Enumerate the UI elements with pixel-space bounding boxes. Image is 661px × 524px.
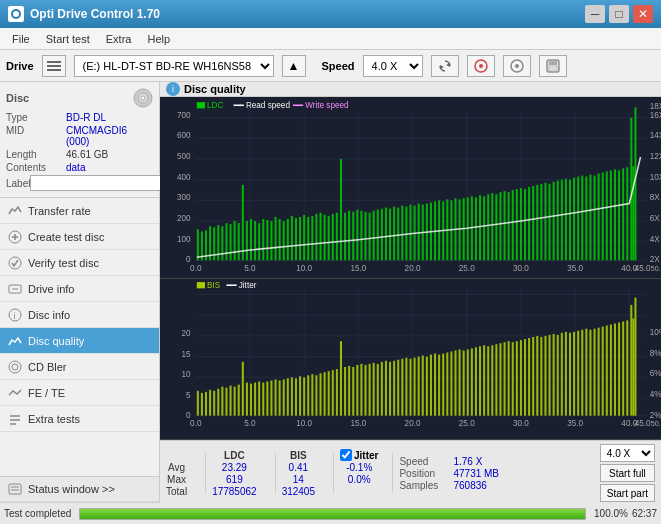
svg-text:45.0: 45.0 <box>635 419 651 428</box>
menu-start-test[interactable]: Start test <box>38 31 98 47</box>
contents-label: Contents <box>6 162 66 173</box>
svg-text:30.0: 30.0 <box>513 419 529 428</box>
jitter-checkbox[interactable] <box>340 449 352 461</box>
transfer-rate-icon <box>8 204 22 218</box>
svg-text:30.0: 30.0 <box>513 264 529 273</box>
extra-tests-icon <box>8 412 22 426</box>
svg-rect-333 <box>618 322 620 415</box>
svg-marker-6 <box>440 65 444 69</box>
avg-label: Avg <box>166 462 187 473</box>
svg-rect-324 <box>581 330 583 416</box>
menu-file[interactable]: File <box>4 31 38 47</box>
svg-rect-252 <box>287 378 289 415</box>
sidebar-item-cd-bler[interactable]: CD Bler <box>0 354 159 380</box>
sidebar-item-create-test-disc[interactable]: Create test disc <box>0 224 159 250</box>
svg-rect-150 <box>491 193 493 260</box>
menu-help[interactable]: Help <box>139 31 178 47</box>
sidebar-item-disc-info[interactable]: i Disc info <box>0 302 159 328</box>
svg-rect-230 <box>197 391 199 416</box>
svg-rect-305 <box>504 342 506 416</box>
svg-rect-268 <box>352 367 354 416</box>
speed-value: 1.76 X <box>453 456 482 467</box>
svg-text:12X: 12X <box>650 152 661 161</box>
progress-bar <box>79 508 586 520</box>
svg-rect-177 <box>602 172 604 260</box>
svg-rect-298 <box>475 347 477 415</box>
svg-rect-281 <box>405 358 407 416</box>
svg-rect-289 <box>438 354 440 415</box>
stats-speed-select[interactable]: 4.0 X <box>600 444 655 462</box>
svg-rect-266 <box>344 367 346 416</box>
disc-action-button1[interactable] <box>467 55 495 77</box>
cd-bler-icon <box>8 360 22 374</box>
svg-text:10%: 10% <box>650 328 661 337</box>
svg-text:10X: 10X <box>650 173 661 182</box>
svg-rect-245 <box>258 381 260 415</box>
status-window-button[interactable]: Status window >> <box>0 476 159 502</box>
svg-rect-274 <box>377 364 379 416</box>
disc-action-button2[interactable] <box>503 55 531 77</box>
svg-text:16X: 16X <box>650 111 661 120</box>
svg-text:10.0: 10.0 <box>296 419 312 428</box>
svg-rect-257 <box>307 375 309 415</box>
ldc-chart: 0 100 200 300 400 500 600 700 2X 4X 6X 8… <box>160 97 661 279</box>
position-value: 47731 MB <box>453 468 499 479</box>
svg-rect-87 <box>234 221 236 260</box>
svg-text:35.0: 35.0 <box>567 264 583 273</box>
speed-label: Speed <box>322 60 355 72</box>
sidebar-item-verify-test-disc[interactable]: Verify test disc <box>0 250 159 276</box>
length-value: 46.61 GB <box>66 149 108 160</box>
svg-rect-125 <box>389 209 391 261</box>
sidebar-item-drive-info[interactable]: Drive info <box>0 276 159 302</box>
svg-text:Write speed: Write speed <box>305 101 349 110</box>
eject-button[interactable]: ▲ <box>282 55 306 77</box>
close-button[interactable]: ✕ <box>633 5 653 23</box>
svg-rect-322 <box>573 332 575 416</box>
refresh-button[interactable] <box>431 55 459 77</box>
sidebar-item-extra-tests[interactable]: Extra tests <box>0 406 159 432</box>
start-part-button[interactable]: Start part <box>600 484 655 502</box>
menu-extra[interactable]: Extra <box>98 31 140 47</box>
jitter-check-row: Jitter <box>340 449 378 461</box>
svg-rect-97 <box>275 217 277 260</box>
svg-text:8X: 8X <box>650 193 661 202</box>
svg-rect-246 <box>262 382 264 415</box>
maximize-button[interactable]: □ <box>609 5 629 23</box>
svg-rect-233 <box>209 390 211 416</box>
minimize-button[interactable]: ─ <box>585 5 605 23</box>
svg-rect-101 <box>291 216 293 260</box>
length-label: Length <box>6 149 66 160</box>
svg-rect-247 <box>266 381 268 415</box>
svg-rect-120 <box>369 213 371 261</box>
save-button[interactable] <box>539 55 567 77</box>
svg-rect-240 <box>238 385 240 416</box>
svg-rect-166 <box>557 181 559 261</box>
sidebar-item-transfer-rate[interactable]: Transfer rate <box>0 198 159 224</box>
drive-select[interactable]: (E:) HL-DT-ST BD-RE WH16NS58 TST4 <box>74 55 274 77</box>
svg-text:500: 500 <box>177 152 191 161</box>
svg-rect-255 <box>299 376 301 415</box>
svg-rect-178 <box>606 171 608 260</box>
label-label: Label <box>6 178 30 189</box>
drive-open-button[interactable] <box>42 55 66 77</box>
svg-rect-270 <box>360 364 362 416</box>
speed-select[interactable]: 4.0 XMAX1.0 X2.0 X <box>363 55 423 77</box>
svg-rect-147 <box>479 195 481 260</box>
svg-rect-111 <box>332 214 334 261</box>
svg-text:6%: 6% <box>650 369 661 378</box>
bis-avg: 0.41 <box>282 462 315 473</box>
svg-rect-171 <box>577 177 579 261</box>
sidebar-item-fe-te[interactable]: FE / TE <box>0 380 159 406</box>
start-full-button[interactable]: Start full <box>600 464 655 482</box>
nav-label-disc-quality: Disc quality <box>28 335 84 347</box>
svg-rect-307 <box>512 342 514 416</box>
label-input[interactable] <box>30 175 163 191</box>
svg-rect-126 <box>393 207 395 261</box>
sidebar-item-disc-quality[interactable]: Disc quality <box>0 328 159 354</box>
svg-rect-326 <box>589 330 591 416</box>
svg-rect-248 <box>270 380 272 415</box>
svg-text:400: 400 <box>177 173 191 182</box>
svg-rect-313 <box>536 336 538 416</box>
svg-rect-338 <box>634 298 636 416</box>
position-label: Position <box>399 468 449 479</box>
